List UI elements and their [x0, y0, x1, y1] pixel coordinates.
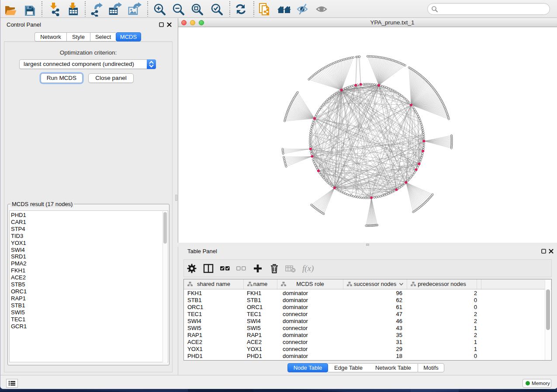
svg-text:f(x): f(x)	[302, 264, 314, 273]
